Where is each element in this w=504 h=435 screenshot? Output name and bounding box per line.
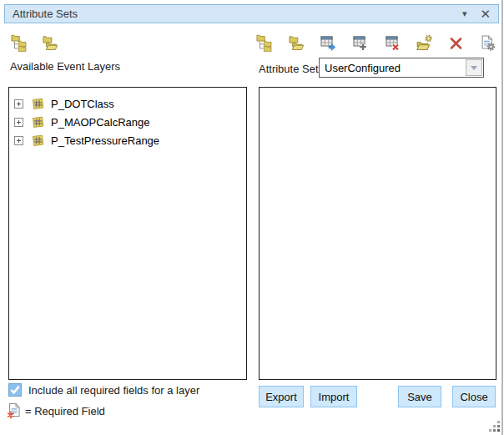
close-button[interactable]: Close [452, 386, 496, 407]
delete-x-icon[interactable] [447, 33, 466, 52]
include-required-label: Include all required fields for a layer [28, 384, 199, 397]
attribute-set-input[interactable] [320, 58, 465, 77]
event-layers-list: P_DOTClass P_MAOPCalcRange P_TestPressur… [8, 87, 247, 380]
combobox-dropdown-button[interactable] [466, 59, 482, 76]
tree-row[interactable]: P_DOTClass [9, 94, 246, 113]
required-field-icon [7, 402, 21, 419]
save-button[interactable]: Save [398, 386, 441, 407]
tree-row[interactable]: P_MAOPCalcRange [9, 113, 246, 131]
expand-plus-icon[interactable] [14, 136, 23, 145]
available-event-layers-label: Available Event Layers [10, 60, 120, 73]
expand-plus-icon[interactable] [14, 118, 23, 127]
include-required-row: Include all required fields for a layer [8, 383, 199, 397]
attribute-set-label: Attribute Set: [259, 63, 321, 75]
grip-dots-icon [489, 421, 491, 423]
required-field-label: = Required Field [25, 405, 105, 417]
event-layer-icon [31, 98, 45, 110]
left-toolbar [10, 33, 59, 52]
attribute-set-combobox [319, 58, 484, 78]
tree-item-label: P_MAOPCalcRange [51, 116, 150, 129]
window-edge [501, 0, 503, 435]
checkbox-checked-icon[interactable] [8, 383, 22, 397]
chevron-down-icon [471, 66, 477, 70]
attribute-set-fields-list[interactable] [259, 87, 496, 380]
resize-grip[interactable] [489, 421, 501, 432]
import-button[interactable]: Import [310, 386, 357, 407]
titlebar: Attribute Sets ▾ ✕ [4, 4, 499, 23]
folder-tree-icon[interactable] [255, 33, 274, 52]
attribute-sets-dialog: Attribute Sets ▾ ✕ [0, 0, 504, 435]
tree-item-label: P_DOTClass [51, 98, 114, 110]
dialog-title: Attribute Sets [13, 8, 462, 20]
tree-row[interactable]: P_TestPressureRange [9, 131, 246, 149]
expand-plus-icon[interactable] [14, 99, 23, 109]
collapse-chevron-icon[interactable]: ▾ [462, 8, 467, 19]
right-toolbar [255, 33, 497, 52]
event-layer-icon [31, 134, 45, 147]
close-icon[interactable]: ✕ [480, 8, 491, 20]
export-button[interactable]: Export [259, 386, 304, 407]
table-add-icon[interactable] [351, 33, 370, 52]
event-layer-icon [31, 116, 45, 129]
folder-tree-icon[interactable] [10, 33, 28, 52]
table-remove-icon[interactable] [383, 33, 401, 52]
required-field-legend: = Required Field [7, 402, 105, 419]
table-export-icon[interactable] [320, 33, 338, 52]
tree-item-label: P_TestPressureRange [51, 134, 159, 147]
page-gear-icon[interactable] [479, 33, 497, 52]
folder-new-icon[interactable] [415, 33, 433, 52]
folders-icon[interactable] [287, 33, 305, 52]
folders-icon[interactable] [41, 33, 59, 52]
